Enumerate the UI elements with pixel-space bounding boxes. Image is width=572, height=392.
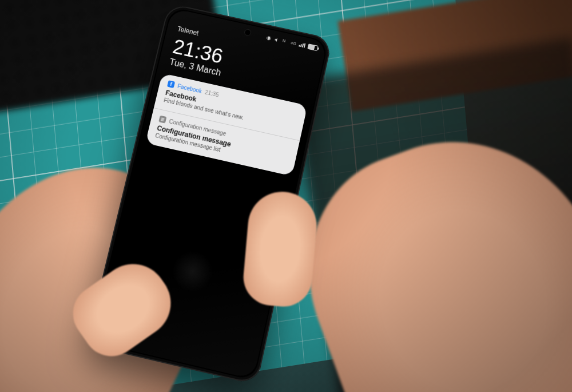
svg-rect-4 bbox=[161, 119, 164, 120]
battery-icon bbox=[307, 43, 318, 51]
notification-time: 21:35 bbox=[204, 89, 220, 98]
signal-icon bbox=[299, 42, 305, 48]
right-thumb bbox=[241, 189, 320, 309]
svg-rect-5 bbox=[161, 120, 164, 121]
fingerprint-area[interactable] bbox=[168, 247, 217, 296]
svg-rect-3 bbox=[161, 118, 164, 119]
vibrate-icon bbox=[266, 35, 272, 41]
facebook-icon: f bbox=[167, 80, 175, 88]
volume-icon bbox=[274, 37, 280, 42]
settings-icon bbox=[158, 116, 166, 124]
nfc-icon: N bbox=[282, 38, 288, 44]
svg-rect-2 bbox=[270, 38, 271, 39]
network-type-label: 4G bbox=[291, 41, 297, 46]
photo-scene: N 4G Telenet 21:36 Tue, 3 March f bbox=[0, 0, 572, 392]
svg-rect-1 bbox=[267, 37, 268, 39]
svg-rect-0 bbox=[267, 36, 270, 40]
